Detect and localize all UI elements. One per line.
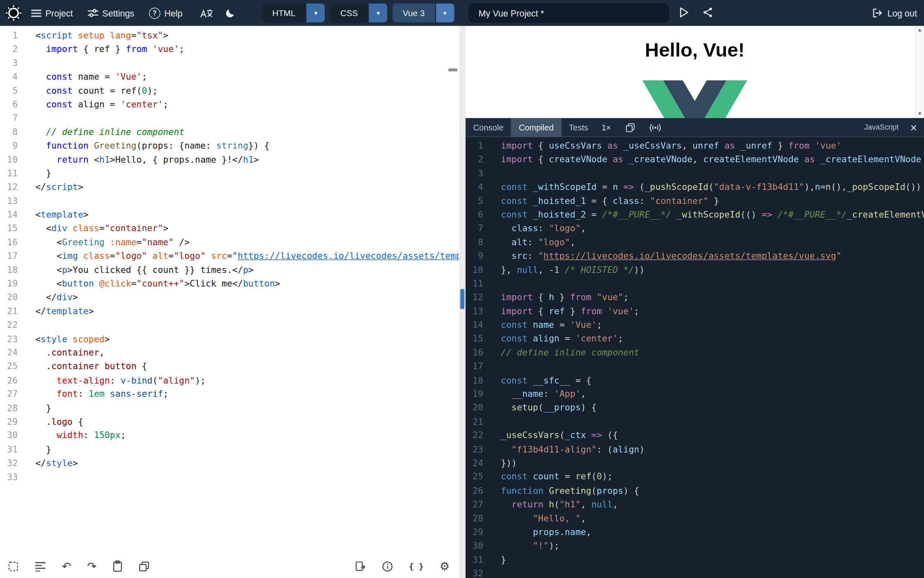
code-line: 10 return <h1>Hello, { props.name }!</h1… <box>0 153 459 167</box>
panel-resize-gutter[interactable] <box>459 26 466 578</box>
code-line: 4const _withScopeId = n => (_pushScopeId… <box>466 180 924 194</box>
line-number: 20 <box>0 291 18 305</box>
line-number: 1 <box>0 29 18 43</box>
logout-button[interactable]: Log out <box>872 0 917 26</box>
close-icon[interactable]: × <box>910 122 917 133</box>
editor-code[interactable]: 1<script setup lang="tsx">2 import { ref… <box>0 26 459 554</box>
project-menu[interactable]: Project <box>31 8 73 18</box>
redo-icon[interactable]: ↷ <box>87 561 97 572</box>
panel-drag-handle[interactable] <box>460 289 464 309</box>
line-number: 1 <box>466 139 483 153</box>
line-number: 6 <box>466 208 483 222</box>
console-toolbar: Console Compiled Tests 1× JavaScript × <box>466 118 924 137</box>
scroll-down-icon[interactable]: ▼ <box>916 111 924 116</box>
line-number: 26 <box>466 484 483 498</box>
code-line: 1<script setup lang="tsx"> <box>0 29 459 43</box>
code-line: 29 props.name, <box>466 526 924 539</box>
line-number: 4 <box>466 180 483 194</box>
paste-icon[interactable] <box>113 560 123 572</box>
line-number: 12 <box>466 291 483 305</box>
code-line: 2import { createVNode as _createVNode, c… <box>466 153 924 167</box>
help-menu[interactable]: ? Help <box>149 7 182 19</box>
code-line: 25 .container button { <box>0 360 459 374</box>
dark-mode-icon[interactable] <box>225 8 236 19</box>
compiled-code[interactable]: 1import { useCssVars as _useCssVars, unr… <box>466 137 924 578</box>
chevron-down-icon[interactable]: ▾ <box>436 4 454 23</box>
tab-css-label: CSS <box>330 4 368 23</box>
line-number: 21 <box>0 305 18 318</box>
project-title-input[interactable] <box>469 4 669 23</box>
code-line: 12import { h } from "vue"; <box>466 291 924 305</box>
code-line: 14<template> <box>0 208 459 222</box>
line-number: 13 <box>466 305 483 318</box>
translate-icon[interactable] <box>200 8 212 18</box>
tab-vue3-label: Vue 3 <box>393 4 435 23</box>
line-number: 24 <box>466 457 483 470</box>
chevron-down-icon[interactable]: ▾ <box>307 4 325 23</box>
code-line: 16 <Greeting :name="name" /> <box>0 236 459 249</box>
code-line: 1import { useCssVars as _useCssVars, unr… <box>466 139 924 153</box>
editor-tab-group: HTML ▾ CSS ▾ Vue 3 ▾ <box>262 4 454 23</box>
line-number: 15 <box>466 332 483 346</box>
line-number: 7 <box>0 111 18 125</box>
line-number: 20 <box>466 401 483 415</box>
code-line: 9 src: "https://livecodes.io/livecodes/a… <box>466 249 924 263</box>
tab-vue3[interactable]: Vue 3 ▾ <box>393 4 454 23</box>
zoom-level-button[interactable]: 1× <box>602 123 611 132</box>
code-line: 24})) <box>466 457 924 470</box>
duplicate-window-icon[interactable] <box>625 122 635 132</box>
tab-html-label: HTML <box>262 4 306 23</box>
info-icon[interactable] <box>382 561 393 572</box>
line-number: 2 <box>0 43 18 56</box>
code-line: 27 font: 1em sans-serif; <box>0 388 459 401</box>
code-line: 2 import { ref } from 'vue'; <box>0 43 459 56</box>
settings-menu[interactable]: Settings <box>87 8 134 18</box>
tab-compiled[interactable]: Compiled <box>511 118 561 137</box>
braces-icon[interactable]: { } <box>409 561 424 572</box>
app-logo-icon[interactable] <box>5 4 22 22</box>
code-line: 25const count = ref(0); <box>466 470 924 484</box>
line-number: 21 <box>466 415 483 429</box>
share-button[interactable] <box>702 7 713 18</box>
code-line: 27 return h("h1", null, <box>466 498 924 512</box>
result-scrollbar[interactable]: ▲ ▼ <box>915 26 924 118</box>
line-number: 22 <box>0 319 18 332</box>
vue-logo <box>642 80 747 118</box>
format-code-icon[interactable] <box>35 561 46 571</box>
chevron-down-icon[interactable]: ▾ <box>369 4 387 23</box>
line-number: 4 <box>0 70 18 84</box>
tab-html[interactable]: HTML ▾ <box>262 4 325 23</box>
gear-icon[interactable]: ⚙ <box>440 561 450 572</box>
select-region-icon[interactable] <box>8 561 19 572</box>
console-language-label: JavaScript <box>864 123 898 132</box>
code-line: 14const name = 'Vue'; <box>466 319 924 332</box>
code-line: 24 .container, <box>0 346 459 360</box>
copy-icon[interactable] <box>138 561 149 572</box>
editor-toolbar: ↶ ↷ <box>0 554 459 578</box>
code-line: 6 const align = 'center'; <box>0 98 459 111</box>
code-line: 6const _hoisted_2 = /*#__PURE__*/ _withS… <box>466 208 924 222</box>
line-number: 10 <box>0 153 18 167</box>
scroll-up-icon[interactable]: ▲ <box>916 27 924 33</box>
line-number: 28 <box>466 512 483 525</box>
project-menu-label: Project <box>45 8 73 18</box>
tab-console[interactable]: Console <box>466 118 512 137</box>
tab-css[interactable]: CSS ▾ <box>330 4 387 23</box>
external-editor-icon[interactable] <box>355 560 366 572</box>
run-button[interactable] <box>679 7 690 19</box>
broadcast-icon[interactable] <box>649 122 661 132</box>
code-line: 26function Greeting(props) { <box>466 484 924 498</box>
line-number: 9 <box>466 249 483 263</box>
code-line: 7 class: "logo", <box>466 222 924 236</box>
line-number: 24 <box>0 346 18 360</box>
logout-label: Log out <box>887 8 917 18</box>
logout-icon <box>872 8 883 19</box>
line-number: 32 <box>466 567 483 578</box>
tab-tests[interactable]: Tests <box>561 118 596 137</box>
line-number: 12 <box>0 181 18 194</box>
code-line: 11 } <box>0 167 459 180</box>
code-line: 22 <box>0 319 459 332</box>
line-number: 10 <box>466 263 483 277</box>
undo-icon[interactable]: ↶ <box>62 561 71 572</box>
code-line: 31 } <box>0 443 459 456</box>
